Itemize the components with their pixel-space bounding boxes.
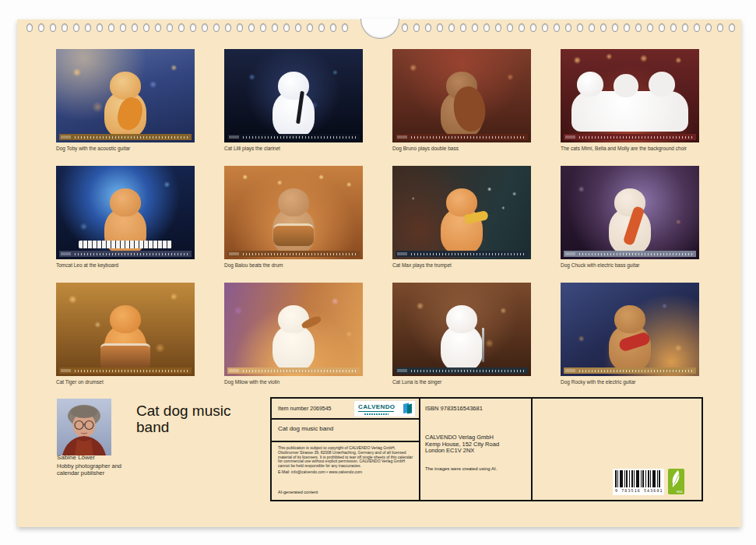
calendar-back-page: Dog Toby with the acoustic guitar Cat Li… — [17, 19, 741, 527]
binding-hole — [73, 23, 79, 32]
binding-hole — [26, 23, 33, 32]
month-image — [56, 49, 195, 142]
month-image — [392, 49, 531, 142]
binding-hole — [318, 23, 325, 32]
month-image — [392, 283, 531, 376]
leaf-icon — [670, 469, 683, 490]
calendar-sheet-icon — [402, 403, 413, 414]
month-thumbnail: Cat Tiger on drumset — [56, 283, 195, 385]
barcode-bars — [615, 470, 662, 487]
logo-tagline-marks — [364, 413, 389, 415]
month-caption: Dog Bruno plays double bass — [392, 146, 531, 152]
binding-hole — [155, 23, 161, 32]
item-number: Item number 2069545 — [278, 406, 332, 411]
binding-hole — [600, 23, 607, 32]
month-image — [561, 49, 699, 142]
month-image — [224, 283, 363, 376]
binding-hole — [705, 23, 712, 32]
mini-calendar-strip — [564, 367, 696, 374]
binding-hole — [190, 23, 196, 32]
binding-hole — [635, 23, 642, 32]
binding-hole — [542, 23, 548, 32]
month-thumbnail: Tomcat Leo at the keyboard — [56, 166, 195, 269]
month-thumbnail: The cats Mimi, Bella and Molly are the b… — [561, 49, 699, 152]
month-image — [561, 166, 699, 259]
images-ai-note: The images were created using AI. — [425, 466, 497, 471]
mini-calendar-strip — [396, 134, 528, 140]
binding-hole — [225, 23, 231, 32]
binding-hole — [554, 23, 560, 32]
divider — [419, 399, 420, 500]
mini-calendar-strip — [564, 134, 696, 140]
binding-hole — [577, 23, 583, 32]
binding-hole — [519, 23, 525, 32]
instrument-shape — [451, 85, 488, 134]
instrument-shape — [301, 315, 322, 331]
mini-calendar-strip — [227, 134, 360, 140]
month-caption: Dog Chuck with electric bass guitar — [561, 262, 699, 269]
binding-hole — [143, 23, 149, 32]
month-caption: Dog Toby with the acoustic guitar — [56, 146, 195, 152]
instrument-shape — [114, 95, 146, 132]
binding-hole — [50, 23, 56, 32]
binding-hole — [237, 23, 243, 32]
month-image — [392, 166, 531, 259]
binding-hole — [694, 23, 700, 32]
instrument-shape — [464, 210, 489, 224]
month-image — [561, 283, 699, 376]
month-thumbnail: Cat Lilli plays the clarinet — [224, 49, 363, 152]
mini-calendar-strip — [59, 134, 192, 140]
month-image — [56, 166, 195, 259]
month-caption: Dog Milow with the violin — [224, 379, 363, 385]
binding-hole — [283, 23, 290, 32]
month-caption: Dog Rocky with the electric guitar — [561, 379, 699, 385]
binding-hole — [272, 23, 278, 32]
binding-hole — [659, 23, 665, 32]
divider — [272, 418, 419, 420]
binding-hole — [260, 23, 266, 32]
month-thumbnail: Cat Max plays the trumpet — [392, 166, 531, 269]
month-caption: Cat Tiger on drumset — [56, 379, 195, 385]
month-thumbnail: Dog Chuck with electric bass guitar — [561, 166, 699, 269]
binding-hole — [507, 23, 513, 32]
binding-hole — [132, 23, 138, 32]
binding-hole — [330, 23, 336, 32]
month-caption: Tomcat Leo at the keyboard — [56, 262, 195, 269]
instrument-shape — [619, 95, 650, 132]
instrument-shape — [79, 241, 172, 248]
mini-calendar-strip — [564, 251, 696, 257]
month-caption: Cat Luna is the singer — [392, 379, 531, 385]
author-role: Hobby photographer and calendar publishe… — [57, 463, 121, 476]
binding-hole — [38, 23, 44, 32]
binding-hole — [413, 23, 420, 32]
eco-label: eco — [677, 490, 682, 494]
binding-hole — [202, 23, 208, 32]
month-thumbnail: Dog Toby with the acoustic guitar — [56, 49, 195, 152]
month-caption: Cat Lilli plays the clarinet — [224, 146, 363, 152]
info-title: Cat dog music band — [278, 425, 333, 432]
isbn: ISBN 9783516543681 — [425, 405, 483, 412]
binding-hole — [178, 23, 185, 32]
month-caption: Dog Balou beats the drum — [224, 262, 363, 269]
binding-hole — [530, 23, 536, 32]
month-image — [56, 283, 195, 376]
month-thumbnail: Cat Luna is the singer — [392, 283, 531, 385]
binding-hole — [495, 23, 501, 32]
binding-hole — [670, 23, 677, 32]
month-image — [224, 49, 363, 142]
mini-calendar-strip — [396, 251, 528, 257]
page-title: Cat dog music band — [136, 403, 253, 435]
binding-hole — [472, 23, 478, 32]
month-caption: Cat Max plays the trumpet — [392, 262, 531, 269]
copyright-text: This publication is subject to copyright… — [278, 446, 415, 475]
binding-hole — [682, 23, 688, 32]
binding-hole — [213, 23, 220, 32]
binding-hole — [565, 23, 571, 32]
email-line: E-Mail: info@calvendo.com • www.calvendo… — [278, 470, 415, 475]
mini-calendar-strip — [59, 251, 192, 257]
instrument-shape — [618, 332, 652, 353]
binding-hole — [624, 23, 630, 32]
author-name: Sabine Löwer — [57, 454, 95, 461]
hanger-notch — [360, 19, 399, 39]
binding-hole — [85, 23, 91, 32]
